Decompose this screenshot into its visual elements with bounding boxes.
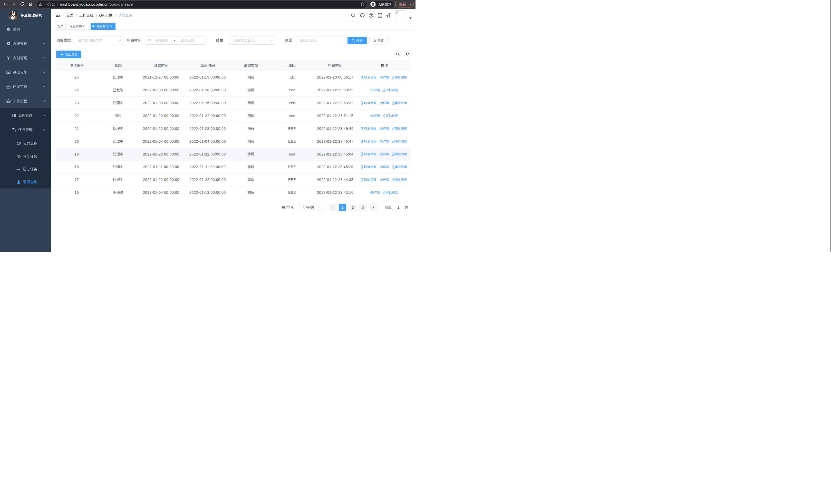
svg-text:23: 23 (286, 205, 289, 209)
